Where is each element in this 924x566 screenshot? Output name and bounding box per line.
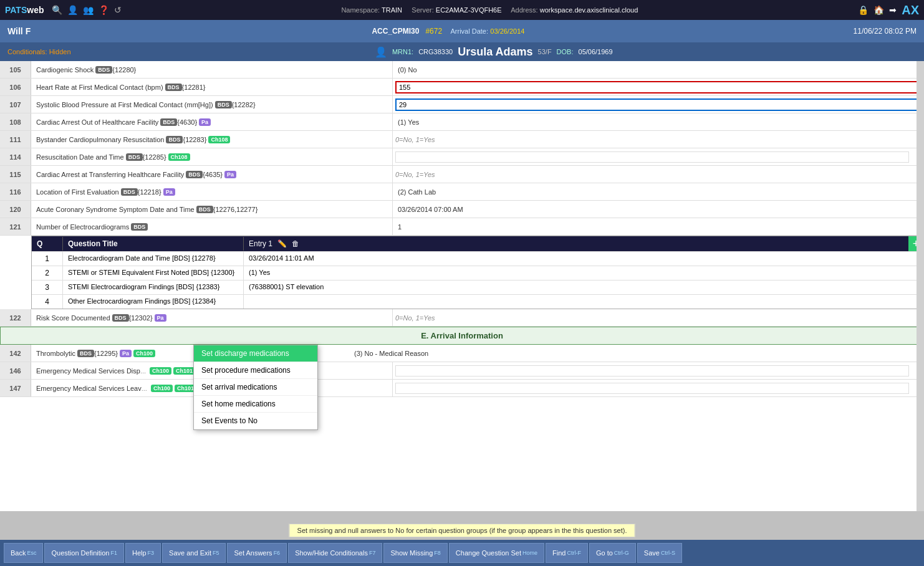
nav-icons: 🔍 👤 👥 ❓ ↺	[52, 5, 122, 15]
row-num-107: 107	[0, 96, 31, 113]
row-value-120[interactable]: 03/26/2014 07:00 AM	[393, 201, 924, 218]
row-115: 115 Cardiac Arrest at Transferring Healt…	[0, 166, 924, 183]
row-value-111[interactable]: 0=No, 1=Yes ▶	[393, 131, 924, 148]
row-num-105: 105	[0, 61, 31, 78]
ecg-title-3: STEMI Electrocardiogram Findings [BDS] {…	[63, 281, 244, 294]
goto-button[interactable]: Go to Ctrl-G	[589, 543, 636, 563]
edit-icon[interactable]: ✏️	[277, 239, 287, 248]
show-missing-button[interactable]: Show Missing F8	[383, 543, 447, 563]
row-label-120: Acute Coronary Syndrome Symptom Date and…	[31, 201, 393, 218]
input-106[interactable]	[395, 81, 922, 94]
back-label: Back	[11, 549, 26, 557]
row-value-105[interactable]: (0) No ▶	[393, 61, 924, 78]
show-hide-conditionals-button[interactable]: Show/Hide Conditionals F7	[288, 543, 382, 563]
row-value-147[interactable]	[393, 380, 924, 396]
search-icon[interactable]: 🔍	[52, 5, 62, 15]
menu-item-home-meds[interactable]: Set home medications	[194, 396, 317, 413]
row-value-108[interactable]: (1) Yes ▶	[393, 113, 924, 130]
back-button[interactable]: Back Esc	[4, 543, 43, 563]
row-label-122: Risk Score Documented BDS {12302} Pa	[31, 309, 393, 326]
row-value-122[interactable]: 0=No, 1=Yes ▶	[393, 309, 924, 326]
badge-bds-111: BDS	[166, 136, 183, 143]
input-107[interactable]	[395, 98, 922, 111]
group-icon[interactable]: 👥	[83, 5, 94, 15]
ecg-header: Q Question Title Entry 1 ✏️ 🗑 +	[32, 236, 923, 251]
ecg-entry-3: (76388001) ST elevation	[244, 281, 923, 294]
row-label-114: Resuscitation Date and Time BDS {12285} …	[31, 148, 393, 165]
shc-shortcut: F7	[369, 550, 376, 556]
row-value-116[interactable]: (2) Cath Lab ▶	[393, 183, 924, 200]
menu-item-procedure-meds[interactable]: Set procedure medications	[194, 362, 317, 379]
goto-label: Go to	[596, 549, 613, 557]
row-value-114[interactable]	[393, 148, 924, 165]
context-menu: Set discharge medications Set procedure …	[193, 345, 318, 430]
person-icon[interactable]: 👤	[67, 5, 78, 15]
row-value-121[interactable]: 1 ▶	[393, 218, 924, 235]
row-num-111: 111	[0, 131, 31, 148]
input-114[interactable]	[395, 151, 909, 163]
delete-icon[interactable]: 🗑	[292, 239, 299, 248]
row-116: 116 Location of First Evaluation BDS {12…	[0, 183, 924, 201]
row-147: 147 Emergency Medical Services Leav... C…	[0, 380, 924, 397]
refresh-icon[interactable]: ↺	[114, 5, 122, 15]
input-147[interactable]	[395, 383, 909, 394]
help-button[interactable]: Help F3	[125, 543, 161, 563]
row-value-142[interactable]: (3) No - Medical Reason ▶	[349, 345, 924, 362]
save-label: Save	[644, 549, 660, 557]
row-value-146[interactable]	[393, 362, 924, 379]
value-text-108: (1) Yes	[395, 117, 922, 127]
menu-item-arrival-meds[interactable]: Set arrival medications	[194, 379, 317, 396]
top-nav-bar: PATSweb 🔍 👤 👥 ❓ ↺ Namespace: TRAIN Serve…	[0, 0, 924, 20]
badge-bds-120: BDS	[196, 206, 213, 213]
nav-far-right: 🔒 🏠 ➡ AX	[858, 3, 919, 17]
qd-label: Question Definition	[51, 549, 109, 557]
save-button[interactable]: Save Ctrl-S	[637, 543, 682, 563]
badge-bds-115: BDS	[186, 171, 203, 178]
menu-item-discharge-meds[interactable]: Set discharge medications	[194, 345, 317, 362]
row-value-107[interactable]	[393, 96, 924, 113]
find-button[interactable]: Find Ctrl-F	[546, 543, 588, 563]
scrollbar[interactable]	[917, 61, 924, 511]
badge-bds-106: BDS	[165, 84, 182, 91]
row-num-108: 108	[0, 113, 31, 130]
save-exit-button[interactable]: Save and Exit F5	[162, 543, 226, 563]
ecg-entry-2: (1) Yes	[244, 266, 923, 280]
row-121: 121 Number of Electrocardiograms BDS 1 ▶	[0, 218, 924, 236]
main-content: 105 Cardiogenic Shock BDS {12280} (0) No…	[0, 61, 924, 511]
row-label-115: Cardiac Arrest at Transferring Healthcar…	[31, 166, 393, 183]
value-text-120: 03/26/2014 07:00 AM	[395, 204, 922, 214]
conditionals-label: Conditionals: Hidden	[7, 48, 71, 55]
cqs-shortcut: Home	[522, 550, 537, 556]
change-question-set-button[interactable]: Change Question Set Home	[449, 543, 544, 563]
home-icon[interactable]: 🏠	[873, 5, 884, 15]
tooltip-bar: Set missing and null answers to No for c…	[289, 524, 635, 537]
row-num-106: 106	[0, 79, 31, 95]
row-num-116: 116	[0, 183, 31, 200]
badge-ch100-146: Ch100	[150, 367, 171, 375]
row-111: 111 Bystander Cardiopulmonary Resuscitat…	[0, 131, 924, 148]
badge-ch-111: Ch108	[208, 136, 230, 143]
set-answers-button[interactable]: Set Answers F6	[227, 543, 287, 563]
input-146[interactable]	[395, 365, 909, 377]
row-label-108: Cardiac Arrest Out of Healthcare Facilit…	[31, 113, 393, 130]
mrn-bar: Conditionals: Hidden 👤 MRN1: CRG38330 Ur…	[0, 42, 924, 61]
row-value-106[interactable]	[393, 79, 924, 95]
patient-name-left: Will F	[7, 26, 31, 36]
save-shortcut: Ctrl-S	[661, 550, 675, 556]
save-exit-label: Save and Exit	[169, 549, 211, 557]
row-label-121: Number of Electrocardiograms BDS	[31, 218, 393, 235]
row-label-111: Bystander Cardiopulmonary Resuscitation …	[31, 131, 393, 148]
lock-icon[interactable]: 🔒	[858, 5, 869, 15]
row-num-146: 146	[0, 362, 31, 379]
question-definition-button[interactable]: Question Definition F1	[44, 543, 123, 563]
help-icon[interactable]: ❓	[99, 5, 109, 15]
patient-center: ACC_CPMI30 #672 Arrival Date: 03/26/2014	[43, 27, 853, 36]
ecg-col-q-header: Q	[32, 237, 63, 251]
row-value-115[interactable]: 0=No, 1=Yes ▶	[393, 166, 924, 183]
badge-bds-142: BDS	[77, 350, 94, 357]
row-120: 120 Acute Coronary Syndrome Symptom Date…	[0, 201, 924, 218]
mrn-center: 👤 MRN1: CRG38330 Ursula Adams 53/F DOB: …	[375, 46, 613, 59]
menu-item-events-no[interactable]: Set Events to No	[194, 413, 317, 429]
arrow-icon[interactable]: ➡	[889, 5, 897, 15]
badge-bds: BDS	[95, 66, 112, 74]
